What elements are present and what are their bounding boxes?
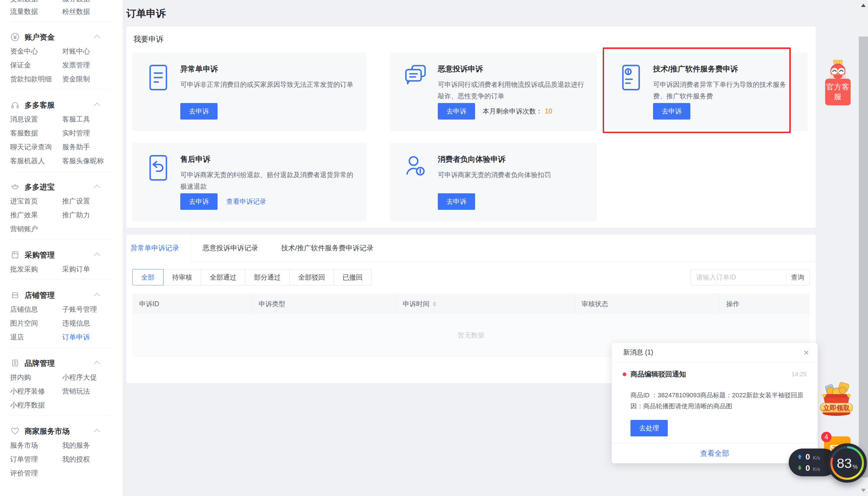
appeal-card-title: 异常单申诉 (180, 64, 354, 74)
sidebar-item[interactable]: 小程序数据 (10, 398, 62, 412)
sidebar-item[interactable]: 营销账户 (10, 222, 62, 236)
page-title: 订单申诉 (126, 0, 816, 27)
view-all-link[interactable]: 查看全部 (700, 449, 729, 458)
go-appeal-button[interactable]: 去申诉 (180, 193, 218, 210)
sidebar-item[interactable]: 保证金 (10, 58, 62, 72)
close-icon[interactable]: × (804, 348, 809, 357)
order-id-search-input[interactable]: 请输入订单ID 查询 (691, 269, 810, 285)
go-appeal-button[interactable]: 去申诉 (438, 103, 475, 120)
percentage-gauge-widget[interactable]: 83 % (827, 443, 867, 483)
sidebar-item[interactable]: 聊天记录查询 (10, 140, 62, 154)
appeal-card-title: 售后申诉 (180, 154, 354, 165)
sidebar-item[interactable]: 粉丝数据 (62, 5, 123, 18)
sidebar: 交易数据 服务数据 流量数据 粉丝数据 账户资金 资金中心对账中心保证金发票管理… (0, 0, 123, 496)
sidebar-item[interactable]: 订单管理 (10, 452, 62, 466)
promo-label[interactable]: 立即领取 (820, 403, 853, 413)
sidebar-item[interactable]: 退店 (10, 330, 62, 344)
sidebar-section-header[interactable]: 账户资金 (10, 30, 123, 44)
sidebar-item[interactable]: 实时管理 (62, 126, 123, 140)
status-filter-button[interactable]: 全部驳回 (289, 269, 334, 285)
sidebar-item[interactable]: 拼内购 (10, 370, 62, 384)
sidebar-item[interactable]: 消息设置 (10, 112, 62, 126)
sidebar-item[interactable]: 发票管理 (62, 58, 123, 72)
go-appeal-button[interactable]: 去申诉 (653, 103, 690, 120)
column-header[interactable]: 申诉时间 (395, 293, 574, 314)
upload-speed-value: 0 (805, 452, 810, 462)
sidebar-item[interactable]: 货款扣款明细 (10, 72, 62, 86)
sidebar-item[interactable]: 资金中心 (10, 44, 62, 58)
appeal-card: 技术/推广软件服务费申诉 可申诉因消费者异常下单行为导致的技术服务费、推广软件服… (605, 52, 807, 131)
sidebar-item[interactable]: 客服机器人 (10, 154, 62, 168)
download-arrow-icon (797, 465, 803, 471)
records-tab[interactable]: 异常单申诉记录 (126, 235, 191, 261)
appeal-card: 售后申诉 可申诉商家无责的纠纷退款、赔付退款及消费者退货异常的极速退款 去申诉 … (132, 143, 367, 221)
main-content: 订单申诉 我要申诉 异常单申诉 可申诉非正常消费目的或买家原因导致无法正常发货的… (126, 0, 816, 383)
status-filter-button[interactable]: 待审核 (163, 269, 201, 285)
sidebar-item[interactable]: 批发采购 (10, 262, 62, 276)
scrollbar-down-arrow-icon[interactable] (861, 489, 866, 492)
status-filter-button[interactable]: 部分通过 (245, 269, 290, 285)
go-appeal-button[interactable]: 去申诉 (180, 103, 218, 120)
sidebar-section-header[interactable]: 店铺管理 (10, 288, 123, 303)
sidebar-item[interactable]: 店铺信息 (10, 303, 62, 316)
sidebar-item[interactable]: 客服头像昵称 (62, 154, 123, 168)
sidebar-item-clipped[interactable]: 服务数据 (62, 0, 123, 5)
sidebar-item[interactable]: 采购订单 (62, 262, 123, 276)
sidebar-item-active[interactable]: 订单申诉 (62, 330, 123, 344)
sidebar-item[interactable]: 客服数据 (10, 126, 62, 140)
official-service-button[interactable]: 官方客服 (825, 79, 851, 105)
appeal-card-description: 可申诉因消费者异常下单行为导致的技术服务费、推广软件服务费 (653, 79, 795, 102)
records-tab[interactable]: 恶意投诉申诉记录 (191, 235, 270, 261)
status-filter-button[interactable]: 全部 (132, 269, 163, 285)
column-header: 审核状态 (574, 293, 719, 314)
remaining-quota-text: 本月剩余申诉次数：10 (483, 107, 552, 116)
sidebar-item[interactable]: 推广效果 (10, 208, 62, 222)
sidebar-item[interactable]: 资金限制 (62, 72, 123, 86)
table-header-row: 申诉ID 申诉类型 申诉时间 审核状态 操作 (132, 293, 810, 314)
sidebar-item[interactable]: 对账中心 (62, 44, 123, 58)
scrollbar[interactable] (859, 0, 868, 496)
sidebar-item[interactable]: 小程序大促 (62, 370, 123, 384)
status-filter-button[interactable]: 已撤回 (334, 269, 372, 285)
sidebar-item[interactable]: 推广设置 (62, 194, 123, 208)
handle-button[interactable]: 去处理 (630, 420, 668, 436)
scrollbar-up-arrow-icon[interactable] (861, 4, 866, 7)
sidebar-item[interactable]: 评价管理 (10, 466, 62, 480)
sidebar-item[interactable]: 子账号管理 (62, 303, 123, 316)
quota-value: 10 (545, 107, 552, 115)
sidebar-section-header[interactable]: 采购管理 (10, 248, 123, 262)
sidebar-item[interactable]: 小程序装修 (10, 384, 62, 398)
sidebar-item[interactable]: 我的服务 (62, 438, 123, 452)
sort-icon[interactable] (433, 301, 436, 307)
sidebar-item[interactable]: 流量数据 (10, 5, 62, 18)
sidebar-item[interactable]: 图片空间 (10, 316, 62, 330)
sidebar-item[interactable]: 营销玩法 (62, 384, 123, 398)
sidebar-section-header[interactable]: 多多进宝 (10, 180, 123, 194)
scrollbar-thumb[interactable] (859, 36, 868, 478)
sidebar-item[interactable]: 违规信息 (62, 316, 123, 330)
sidebar-item[interactable]: 我的授权 (62, 452, 123, 466)
appeal-card-title: 消费者负向体验申诉 (438, 154, 584, 165)
column-header: 申诉类型 (251, 293, 395, 314)
status-filter-button[interactable]: 全部通过 (201, 269, 246, 285)
sidebar-item[interactable]: 服务市场 (10, 438, 62, 452)
sidebar-section-header[interactable]: 商家服务市场 (10, 424, 123, 438)
sidebar-item[interactable]: 客服工具 (62, 112, 123, 126)
sidebar-item[interactable]: 服务助手 (62, 140, 123, 154)
search-button[interactable]: 查询 (791, 273, 804, 282)
appeal-card: 消费者负向体验申诉 可申诉商家无责的消费者负向体验扣罚 去申诉 (390, 143, 597, 221)
sidebar-section-header[interactable]: 多多客服 (10, 98, 123, 112)
go-appeal-button[interactable]: 去申诉 (438, 193, 475, 210)
appeal-panel: 我要申诉 异常单申诉 可申诉非正常消费目的或买家原因导致无法正常发货的订单 去申… (126, 27, 816, 228)
sidebar-sections: 账户资金 资金中心对账中心保证金发票管理货款扣款明细资金限制 多多客服 消息设置… (10, 21, 123, 480)
sidebar-section-header[interactable]: 品牌管理 (10, 356, 123, 370)
sidebar-item[interactable]: 推广助力 (62, 208, 123, 222)
sidebar-item-clipped[interactable]: 交易数据 (10, 0, 62, 5)
sidebar-item[interactable]: 进宝首页 (10, 194, 62, 208)
promo-gift-button[interactable]: 立即领取 (819, 381, 854, 417)
view-appeal-records-link[interactable]: 查看申诉记录 (226, 197, 266, 206)
records-tab[interactable]: 技术/推广软件服务费申诉记录 (270, 235, 385, 261)
sidebar-divider (10, 21, 113, 22)
upload-speed-unit: K/s (813, 455, 820, 461)
yen-circle-icon (10, 32, 20, 42)
